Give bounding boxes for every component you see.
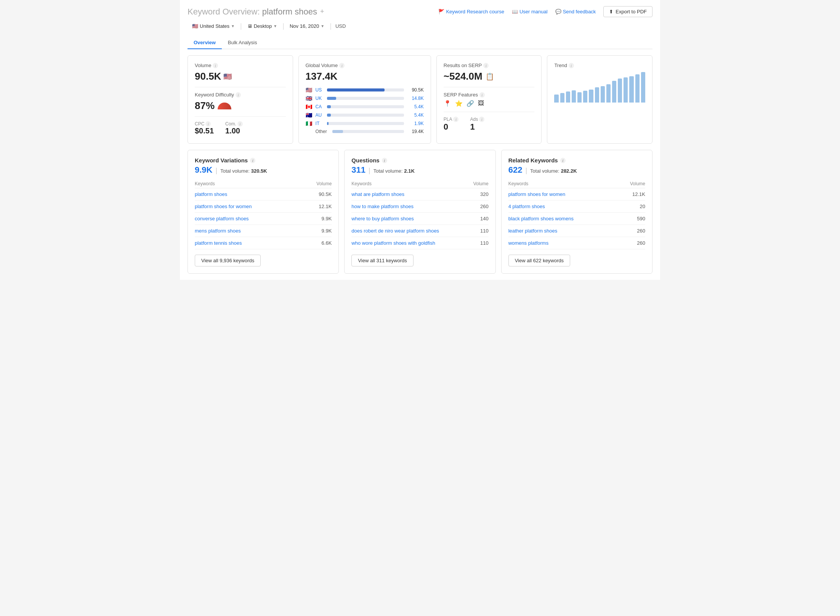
volume-info-icon[interactable]: i: [213, 63, 218, 68]
kv-total-value: 320.5K: [251, 168, 267, 174]
kv-volume-cell: 9.9K: [303, 213, 332, 225]
rk-total-value: 282.2K: [561, 168, 577, 174]
q-keyword-link[interactable]: how to make platform shoes: [351, 204, 414, 209]
kv-keyword-link[interactable]: platform shoes: [195, 191, 227, 197]
trend-card: Trend i: [547, 55, 652, 144]
kv-total-label: Total volume:: [220, 168, 250, 174]
rk-keyword-link[interactable]: 4 platform shoes: [508, 204, 545, 209]
ca-country[interactable]: CA: [316, 104, 324, 109]
rk-col-keywords: Keywords: [508, 180, 619, 188]
serp-features-info-icon[interactable]: i: [479, 92, 485, 98]
q-col-volume: Volume: [468, 180, 488, 188]
ca-bar-bg: [327, 105, 404, 108]
rk-info-icon[interactable]: i: [560, 158, 566, 163]
kd-info-icon[interactable]: i: [236, 92, 241, 98]
kv-view-all-button[interactable]: View all 9,936 keywords: [195, 255, 261, 266]
rk-keyword-link[interactable]: leather platform shoes: [508, 228, 558, 234]
uk-bar-bg: [327, 97, 404, 100]
uk-country[interactable]: UK: [316, 96, 324, 101]
kv-col-keywords: Keywords: [195, 180, 303, 188]
au-country[interactable]: AU: [316, 112, 324, 118]
table-row: where to buy platform shoes140: [351, 213, 488, 225]
other-bar-fill: [332, 130, 343, 133]
global-volume-info-icon[interactable]: i: [339, 63, 345, 68]
ads-label: Ads: [470, 117, 478, 122]
table-row: how to make platform shoes260: [351, 201, 488, 213]
global-row-au: 🇦🇺 AU 5.4K: [306, 112, 424, 118]
trend-info-icon[interactable]: i: [569, 63, 574, 68]
rk-view-all-button[interactable]: View all 622 keywords: [508, 255, 570, 266]
pla-info-icon[interactable]: i: [453, 117, 458, 122]
date-filter[interactable]: Nov 16, 2020 ▼: [285, 21, 329, 31]
kv-info-icon[interactable]: i: [250, 158, 255, 163]
cpc-info-icon[interactable]: i: [205, 121, 211, 127]
trend-bar-0: [554, 95, 558, 103]
trend-bar-1: [560, 93, 564, 103]
user-manual-link[interactable]: 📖 User manual: [512, 9, 548, 14]
keyword-research-course-link[interactable]: 🚩 Keyword Research course: [438, 9, 504, 14]
kv-keyword-link[interactable]: mens platform shoes: [195, 228, 241, 234]
us-flag: 🇺🇸: [306, 87, 313, 93]
q-total-value: 2.1K: [404, 168, 414, 174]
q-col-keywords: Keywords: [351, 180, 468, 188]
table-row: mens platform shoes9.9K: [195, 225, 332, 237]
q-view-all-button[interactable]: View all 311 keywords: [351, 255, 413, 266]
device-filter[interactable]: 🖥 Desktop ▼: [243, 21, 282, 31]
other-bar-bg: [332, 130, 404, 133]
tab-bulk-analysis[interactable]: Bulk Analysis: [222, 37, 263, 49]
q-info-icon[interactable]: i: [382, 158, 387, 163]
tab-overview[interactable]: Overview: [188, 37, 222, 49]
kv-keyword-link[interactable]: platform tennis shoes: [195, 240, 242, 246]
q-keyword-link[interactable]: where to buy platform shoes: [351, 216, 414, 221]
filter-separator-3: |: [330, 22, 332, 30]
q-keyword-link[interactable]: who wore platform shoes with goldfish: [351, 240, 435, 246]
table-row: what are platform shoes320: [351, 188, 488, 201]
uk-bar-fill: [327, 97, 336, 100]
trend-bar-6: [589, 90, 593, 103]
trend-bar-15: [641, 72, 645, 103]
rk-keyword-link[interactable]: platform shoes for women: [508, 191, 566, 197]
trend-bar-4: [577, 92, 582, 103]
rk-keyword-link[interactable]: womens platforms: [508, 240, 548, 246]
export-icon: ⬆: [609, 9, 613, 14]
table-row: does robert de niro wear platform shoes1…: [351, 225, 488, 237]
bottom-row: Keyword Variations i 9.9K | Total volume…: [188, 150, 652, 274]
global-row-ca: 🇨🇦 CA 5.4K: [306, 104, 424, 110]
global-volume-rows: 🇺🇸 US 90.5K 🇬🇧 UK 14.8K 🇨🇦 CA 5.4K: [306, 87, 424, 134]
trend-bar-14: [635, 74, 640, 103]
cpc-label: CPC: [195, 121, 204, 127]
rk-volume-cell: 590: [619, 213, 645, 225]
com-info-icon[interactable]: i: [237, 121, 243, 127]
kd-gauge: [218, 103, 231, 109]
kv-title: Keyword Variations: [195, 157, 248, 164]
serp-star-icon: ⭐: [455, 100, 463, 107]
us-country[interactable]: US: [316, 87, 324, 93]
serp-info-icon[interactable]: i: [483, 63, 489, 68]
country-filter[interactable]: 🇺🇸 United States ▼: [188, 21, 239, 31]
kv-keyword-link[interactable]: converse platform shoes: [195, 216, 249, 221]
au-flag: 🇦🇺: [306, 112, 313, 118]
rk-table: Keywords Volume platform shoes for women…: [508, 180, 645, 249]
page-title: Keyword Overview: platform shoes: [188, 7, 317, 17]
trend-bar-11: [618, 79, 622, 103]
pla-label: PLA: [444, 117, 452, 122]
ca-bar-fill: [327, 105, 331, 108]
country-chevron-icon: ▼: [231, 24, 235, 28]
ads-info-icon[interactable]: i: [479, 117, 484, 122]
rk-keyword-link[interactable]: black platform shoes womens: [508, 216, 574, 221]
q-keyword-link[interactable]: does robert de niro wear platform shoes: [351, 228, 439, 234]
it-bar-bg: [327, 122, 404, 125]
au-volume: 5.4K: [407, 112, 424, 118]
volume-label: Volume: [195, 63, 211, 68]
it-country[interactable]: IT: [316, 121, 324, 126]
q-volume-cell: 260: [468, 201, 488, 213]
currency-label: USD: [332, 21, 349, 31]
kv-keyword-link[interactable]: platform shoes for women: [195, 204, 252, 209]
filter-separator-2: |: [282, 22, 284, 30]
export-to-pdf-button[interactable]: ⬆ Export to PDF: [603, 6, 652, 17]
add-keyword-icon[interactable]: +: [320, 8, 324, 16]
kv-volume-cell: 90.5K: [303, 188, 332, 201]
send-feedback-link[interactable]: 💬 Send feedback: [555, 9, 596, 14]
kv-count: 9.9K: [195, 165, 212, 175]
q-keyword-link[interactable]: what are platform shoes: [351, 191, 404, 197]
